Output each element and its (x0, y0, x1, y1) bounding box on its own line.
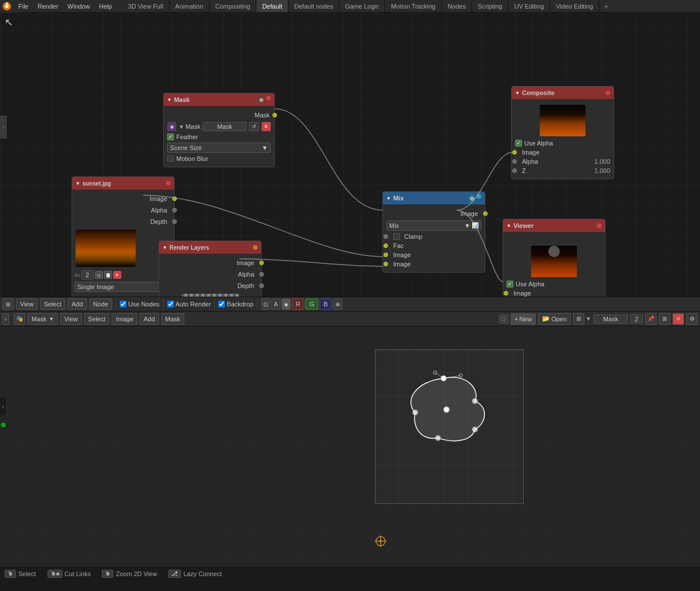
viewer-close-dot[interactable] (597, 223, 602, 228)
render-close-dot[interactable] (253, 245, 258, 250)
composite-use-alpha-checkbox[interactable]: ✓ (515, 140, 522, 147)
mask-label-btn[interactable]: Mask ▼ (27, 313, 58, 325)
composite-z-socket[interactable] (512, 168, 517, 173)
channel-g-btn[interactable]: G (306, 298, 319, 310)
mask-name-input[interactable]: Mask (594, 314, 628, 324)
viewer-collapse-icon[interactable]: ▼ (507, 223, 511, 228)
blender-logo[interactable] (0, 0, 14, 13)
node-select-btn[interactable]: Select (40, 298, 66, 310)
channel-full-btn[interactable]: ⊡ (261, 298, 270, 310)
sidebar-toggle[interactable]: › (0, 116, 7, 139)
sunset-num-field[interactable]: 2 (81, 270, 94, 279)
mask-close-dot[interactable] (266, 96, 271, 100)
mask-sidebar-collapse[interactable]: › (0, 398, 7, 415)
tab-scripting[interactable]: Scripting (472, 0, 509, 12)
composite-close-dot[interactable] (606, 90, 610, 95)
node-node-btn[interactable]: Node (89, 298, 112, 310)
mask-name-field[interactable]: Mask (203, 122, 247, 131)
composite-collapse-icon[interactable]: ▼ (515, 90, 520, 96)
render-collapse-icon[interactable]: ▼ (163, 245, 167, 250)
channel-rgb-btn[interactable]: ■ (282, 298, 291, 310)
mask-pin-icon[interactable]: 📌 (645, 313, 657, 325)
tab-3d-view-full[interactable]: 3D View Full (122, 0, 170, 12)
mask-open-btn[interactable]: 📂 Open (538, 313, 571, 325)
viewer-use-alpha-checkbox[interactable]: ✓ (507, 281, 513, 287)
node-editor-type-icon[interactable]: ⊞ (2, 298, 14, 310)
channel-b-btn[interactable]: B (319, 298, 331, 310)
menu-file[interactable]: File (14, 0, 33, 12)
sunset-close-dot[interactable] (166, 181, 171, 186)
mask-aspect-icon[interactable]: □ (499, 314, 508, 324)
mask-sidebar-toggle[interactable]: › (2, 313, 9, 325)
mask-type-icon[interactable]: 🎭 (14, 313, 25, 325)
mix-image1-socket[interactable] (383, 253, 388, 257)
menu-help[interactable]: Help (94, 0, 117, 12)
mix-close-dot[interactable] (477, 194, 481, 199)
mix-type-dropdown[interactable]: Mix ▼ 📊 (386, 220, 481, 231)
mask-add-btn[interactable]: Add (140, 313, 159, 325)
sunset-depth-socket[interactable] (172, 219, 177, 224)
backdrop-toggle[interactable]: Backdrop (218, 301, 253, 308)
mask-scene-size-dropdown[interactable]: Scene Size ▼ (167, 143, 271, 153)
mask-close-icon[interactable]: ✕ (262, 122, 271, 131)
menu-render[interactable]: Render (33, 0, 63, 12)
channel-alpha-btn[interactable]: A (271, 298, 280, 310)
composite-alpha-socket[interactable] (512, 159, 517, 164)
channel-extra-btn[interactable]: ⊕ (333, 298, 342, 310)
backdrop-checkbox[interactable] (218, 301, 225, 308)
sunset-image-socket[interactable] (172, 196, 177, 201)
menu-window[interactable]: Window (63, 0, 94, 12)
use-nodes-toggle[interactable]: Use Nodes (120, 301, 159, 308)
mix-collapse-icon[interactable]: ▼ (386, 196, 391, 201)
composite-image-socket[interactable] (512, 150, 517, 155)
mix-image2-socket[interactable] (383, 262, 388, 266)
mask-select-btn[interactable]: Select (84, 313, 110, 325)
sunset-alpha-socket[interactable] (172, 208, 177, 212)
tab-nodes[interactable]: Nodes (442, 0, 472, 12)
mask-mask-btn[interactable]: Mask (161, 313, 184, 325)
tab-uv-editing[interactable]: UV Editing (508, 0, 550, 12)
mix-clamp-checkbox[interactable] (393, 233, 400, 240)
channel-r-btn[interactable]: R (292, 298, 304, 310)
mask-viewer-icon[interactable]: ⊞ (573, 313, 584, 325)
viewer-image-socket[interactable] (504, 291, 508, 296)
mask-collapse-icon[interactable]: ▼ (167, 97, 172, 103)
add-workspace-button[interactable]: + (599, 2, 613, 11)
sunset-close-mini[interactable]: ✕ (113, 271, 121, 279)
tab-default-nodes[interactable]: Default nodes (288, 0, 339, 12)
mask-num-input[interactable]: 2 (630, 314, 643, 324)
render-depth-socket[interactable] (259, 283, 264, 288)
tab-compositing[interactable]: Compositing (209, 0, 256, 12)
mask-copy-icon[interactable]: ⊞ (659, 313, 670, 325)
auto-render-checkbox[interactable] (167, 301, 174, 308)
mask-view-btn[interactable]: View (60, 313, 82, 325)
mix-image-out-socket[interactable] (483, 211, 488, 216)
use-nodes-checkbox[interactable] (120, 301, 126, 308)
tab-video-editing[interactable]: Video Editing (550, 0, 599, 12)
tab-motion-tracking[interactable]: Motion Tracking (385, 0, 442, 12)
mask-type-selector[interactable]: ▼ Mask (179, 123, 200, 130)
mix-clamp-socket[interactable] (383, 234, 388, 239)
auto-render-toggle[interactable]: Auto Render (167, 301, 211, 308)
mask-image-btn[interactable]: Image (112, 313, 137, 325)
mask-viewer-selector[interactable]: ⊞ ▼ (573, 313, 591, 325)
node-view-btn[interactable]: View (16, 298, 38, 310)
tab-default[interactable]: Default (256, 0, 288, 12)
mask-settings-icon[interactable]: ⚙ (686, 313, 698, 325)
sunset-type-dropdown[interactable]: Single Image ▼ (74, 282, 172, 292)
mix-fac-socket[interactable] (383, 243, 388, 248)
node-add-btn[interactable]: Add (68, 298, 87, 310)
mask-delete-icon[interactable]: ✕ (673, 313, 684, 325)
render-alpha-socket[interactable] (259, 272, 264, 277)
mask-feather-checkbox[interactable]: ✓ (167, 133, 174, 140)
tab-game-logic[interactable]: Game Logic (339, 0, 385, 12)
sunset-icon-2[interactable]: 📋 (104, 271, 112, 279)
sunset-icon-1[interactable]: ◎ (95, 271, 103, 279)
mask-new-btn[interactable]: + New (511, 313, 536, 325)
mask-output-socket[interactable] (272, 113, 277, 117)
tab-animation[interactable]: Animation (169, 0, 209, 12)
mask-motion-blur-checkbox[interactable] (167, 155, 174, 162)
mask-refresh-icon[interactable]: ↺ (249, 122, 259, 131)
render-image-socket[interactable] (259, 261, 264, 265)
sunset-collapse-icon[interactable]: ▼ (76, 181, 80, 186)
